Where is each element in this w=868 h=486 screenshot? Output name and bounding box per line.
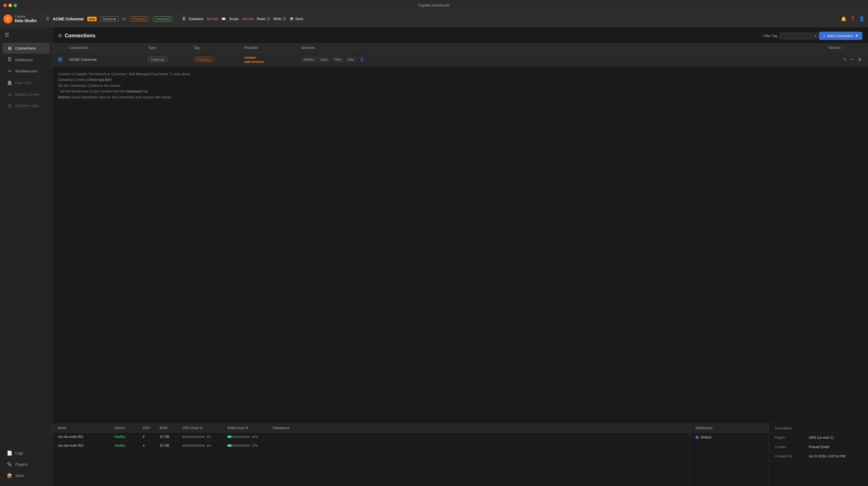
minimize-button[interactable]	[8, 4, 12, 7]
service-query: Query	[318, 57, 330, 62]
sidebar-item-plugins[interactable]: 🔌 Plugins	[2, 459, 50, 470]
synthetic-icon: ☰	[7, 103, 12, 108]
plugins-icon: 🔌	[7, 462, 12, 467]
col-header-services: Services	[301, 46, 829, 50]
sidebar-item-synthetic[interactable]: ☰ Synthetic Data	[2, 100, 50, 111]
cluster-row-description: Description	[769, 424, 868, 433]
read-checkbox-item: Read ✓	[257, 17, 270, 21]
sidebar-item-backup[interactable]: 🗂 Backup Center	[2, 89, 50, 99]
logo-text: Capella Data Studio	[15, 15, 37, 23]
connections-icon: ⊞	[7, 46, 12, 51]
info-line-2-text: Operating Context (Check App Bar!)	[58, 78, 112, 82]
help-icon[interactable]: ❓	[850, 16, 856, 22]
sidebar-item-datasets[interactable]: 📋 Data Sets	[2, 77, 50, 88]
col-node: Node	[58, 426, 115, 430]
node-2-ram-pct: 17%	[252, 444, 258, 447]
backup-label: Backup Center	[15, 92, 39, 96]
logs-icon: 📄	[7, 450, 12, 456]
sidebar-item-workbenches[interactable]: ✂ Workbenches	[2, 66, 50, 77]
db-default-name: Default	[701, 435, 711, 439]
add-connection-chevron-icon: ▼	[855, 34, 858, 38]
sidebar-item-connections[interactable]: ⊞ Connections	[2, 43, 50, 54]
cpu-progress-bg-2	[182, 445, 205, 447]
workbenches-label: Workbenches	[15, 69, 38, 73]
cluster-region-label: Region	[775, 436, 809, 439]
col-ram-used: RAM Used %	[227, 426, 273, 430]
filter-tag-label: Filter Tag	[764, 34, 777, 38]
appbar-actions: 🔔 ❓ 👤	[841, 16, 865, 22]
cluster-row-created-on: Created On Jul 24 2024, 4:42:14 PM	[769, 452, 868, 461]
sidebar-item-logs[interactable]: 📄 Logs	[2, 448, 50, 459]
aws-logo-cell: amazonweb services	[244, 56, 264, 63]
node-1-cpu: 4	[143, 435, 160, 439]
node-row-2: svc-da-node-002 healthy 4 32 GB 1%	[52, 441, 690, 450]
connection-row-actions: ↻ ✏ 🗑	[829, 57, 862, 62]
connections-label: Connections	[15, 46, 36, 50]
node-1-name: svc-da-node-001	[58, 435, 115, 439]
databases-label: Databases	[15, 58, 33, 62]
maximize-button[interactable]	[13, 4, 17, 7]
logs-label: Logs	[15, 451, 23, 455]
service-analytics: Analytics	[301, 57, 317, 62]
cluster-created-on-value: Jul 24 2024, 4:42:14 PM	[809, 454, 862, 458]
traffic-lights	[3, 4, 17, 7]
notification-icon[interactable]: 🔔	[841, 16, 846, 22]
user-icon[interactable]: 👤	[859, 16, 865, 22]
sidebar-bottom: 📄 Logs 🔌 Plugins 📦 Store	[0, 445, 52, 484]
info-line-2: Operating Context (Check App Bar!)	[58, 77, 862, 83]
connection-type-cell: Columnar	[148, 57, 193, 62]
connection-radio[interactable]	[58, 57, 69, 62]
filter-tag-select[interactable]	[780, 32, 819, 39]
add-connection-button[interactable]: + Add Connection ▼	[819, 32, 862, 40]
sidebar: ☰ ⊞ Connections 🗄 Databases ✂ Workbenche…	[0, 27, 52, 486]
scope-icon: 📖	[221, 17, 226, 21]
write-checkbox[interactable]: ✓	[282, 17, 286, 21]
write-checkbox-item: Write ✓	[274, 17, 286, 21]
store-label: Store	[295, 17, 303, 21]
node-2-cpu: 4	[143, 444, 160, 448]
connections-header: ⚙ Connections Filter Tag ▼ + Add Connect…	[52, 27, 868, 44]
appbar-divider-1	[41, 15, 41, 23]
connection-info-text: Connect to Capella: Provisioned or Colum…	[52, 67, 868, 424]
cluster-row-creator: Creator Prasad Doddi	[769, 442, 868, 452]
node-1-ram-bar: 16%	[227, 435, 273, 438]
node-1-ram-pct: 16%	[252, 435, 258, 438]
connected-badge: Connected	[153, 17, 173, 22]
node-1-cpu-pct: 1%	[207, 435, 211, 438]
col-header-provider: Provider	[244, 46, 301, 50]
type-badge-cell: Columnar	[148, 57, 167, 62]
radio-button[interactable]	[58, 57, 62, 62]
db-default-item: Default	[690, 432, 769, 442]
store-label: Store	[15, 474, 24, 478]
app-logo: C Capella Data Studio	[3, 15, 37, 24]
database-value: Not Set	[207, 17, 218, 21]
node-2-cpu-bar: 1%	[182, 444, 227, 447]
sidebar-item-store[interactable]: 📦 Store	[2, 470, 50, 481]
db-dot	[695, 436, 699, 439]
cluster-creator-label: Creator	[775, 445, 809, 449]
production-badge: Production	[129, 17, 150, 22]
datasets-icon: 📋	[7, 80, 12, 85]
delete-button[interactable]: 🗑	[857, 57, 862, 62]
col-databases: Databases	[273, 426, 684, 430]
info-line-5: Refresh clears DataStudio store for this…	[58, 94, 862, 100]
close-button[interactable]	[3, 4, 7, 7]
hamburger-menu[interactable]: ☰	[0, 29, 52, 40]
nodes-section: Node Status CPU RAM CPU Used % RAM Used …	[52, 424, 690, 486]
col-header-select	[58, 46, 69, 50]
databases-icon: 🗄	[7, 57, 12, 62]
right-panels: Databases Default Description Region AWS…	[690, 424, 868, 486]
cpu-progress-fill-2	[182, 445, 183, 447]
connection-row[interactable]: ACME Columnar Columnar Production amazon…	[52, 52, 868, 67]
node-row-1: svc-da-node-001 healthy 4 32 GB 1%	[52, 432, 690, 441]
node-2-ram: 32 GB	[160, 444, 182, 448]
edit-button[interactable]: ✏	[850, 57, 855, 62]
read-checkbox[interactable]: ✓	[266, 17, 270, 21]
store-icon: 📦	[290, 17, 294, 21]
main-layout: ☰ ⊞ Connections 🗄 Databases ✂ Workbenche…	[0, 27, 868, 486]
databases-section: Databases Default	[690, 424, 769, 486]
sidebar-item-databases[interactable]: 🗄 Databases	[2, 54, 50, 65]
refresh-button[interactable]: ↻	[843, 57, 847, 62]
ram-progress-bg-1	[227, 436, 250, 438]
synthetic-label: Synthetic Data	[15, 104, 39, 108]
